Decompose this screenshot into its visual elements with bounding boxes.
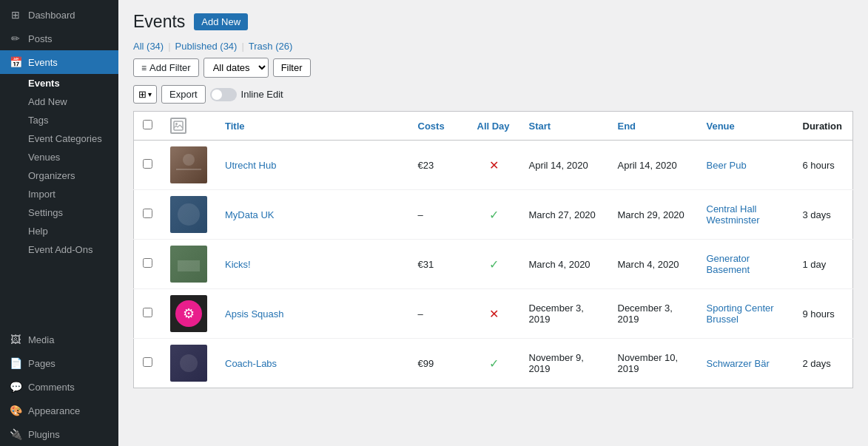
sidebar-item-comments-label: Comments — [28, 382, 75, 393]
row-thumbnail-cell — [161, 141, 216, 190]
row-checkbox-cell — [134, 141, 162, 190]
allday-check-icon: ✓ — [489, 357, 499, 370]
sidebar-item-appearance[interactable]: 🎨 Appearance — [0, 399, 118, 422]
toolbar-row1: ≡ Add Filter All dates Filter — [133, 58, 853, 78]
end-date: November 10, 2019 — [618, 352, 679, 374]
row-checkbox-cell — [134, 289, 162, 339]
add-filter-button[interactable]: ≡ Add Filter — [133, 58, 199, 77]
svg-rect-4 — [176, 169, 201, 170]
sidebar-sub-settings[interactable]: Settings — [0, 203, 118, 222]
view-toggle[interactable]: ⊞ ▾ — [133, 85, 157, 104]
svg-point-7 — [180, 354, 198, 372]
sidebar: ⊞ Dashboard ✏ Posts 📅 Events Events Add … — [0, 0, 118, 446]
sidebar-sub-event-addons[interactable]: Event Add-Ons — [0, 240, 118, 259]
date-select[interactable]: All dates — [203, 58, 269, 78]
th-end[interactable]: End — [609, 112, 698, 141]
filter-all-link[interactable]: All (34) — [133, 41, 164, 52]
row-checkbox-cell — [134, 190, 162, 240]
venue-link[interactable]: Beer Pub — [707, 160, 747, 171]
allday-x-icon: ✕ — [489, 308, 499, 320]
th-allday-link[interactable]: All Day — [477, 121, 510, 132]
row-checkbox[interactable] — [143, 209, 152, 218]
row-checkbox[interactable] — [143, 308, 152, 317]
export-button[interactable]: Export — [161, 85, 206, 104]
inline-edit-toggle[interactable]: Inline Edit — [210, 88, 283, 101]
event-title-link[interactable]: Kicks! — [225, 259, 251, 270]
th-allday[interactable]: All Day — [468, 112, 520, 141]
toolbar-row2: ⊞ ▾ Export Inline Edit — [133, 85, 853, 104]
th-title[interactable]: Title — [216, 112, 409, 141]
sidebar-sub-events[interactable]: Events — [0, 74, 118, 92]
sidebar-item-media[interactable]: 🖼 Media — [0, 328, 118, 351]
row-duration-cell: 3 days — [794, 190, 853, 240]
sidebar-item-pages[interactable]: 📄 Pages — [0, 351, 118, 375]
event-title-link[interactable]: Utrecht Hub — [225, 160, 276, 171]
th-start[interactable]: Start — [520, 112, 609, 141]
event-title-link[interactable]: Coach-Labs — [225, 358, 277, 369]
th-costs[interactable]: Costs — [409, 112, 468, 141]
th-costs-link[interactable]: Costs — [418, 121, 445, 132]
filter-published-link[interactable]: Published (34) — [175, 41, 238, 52]
sidebar-sub-tags[interactable]: Tags — [0, 111, 118, 129]
sidebar-sub-help[interactable]: Help — [0, 222, 118, 240]
row-duration-cell: 6 hours — [794, 141, 853, 190]
sidebar-sub-add-new[interactable]: Add New — [0, 92, 118, 111]
sidebar-sub-organizers[interactable]: Organizers — [0, 166, 118, 185]
duration-value: 2 days — [803, 358, 831, 369]
event-title-link[interactable]: MyData UK — [225, 209, 274, 220]
sidebar-item-dashboard[interactable]: ⊞ Dashboard — [0, 3, 118, 27]
venue-link[interactable]: Schwarzer Bär — [707, 358, 770, 369]
row-venue-cell: Schwarzer Bär — [698, 339, 794, 388]
svg-point-5 — [178, 203, 200, 226]
inline-edit-switch[interactable] — [210, 88, 237, 101]
sidebar-sub-venues[interactable]: Venues — [0, 148, 118, 166]
row-title-cell: Kicks! — [216, 240, 409, 289]
sidebar-item-pages-label: Pages — [28, 358, 55, 369]
th-start-link[interactable]: Start — [529, 121, 551, 132]
row-title-cell: Utrecht Hub — [216, 141, 409, 190]
sidebar-sub-import[interactable]: Import — [0, 185, 118, 203]
th-title-link[interactable]: Title — [225, 121, 245, 132]
row-checkbox[interactable] — [143, 258, 152, 268]
sidebar-item-comments[interactable]: 💬 Comments — [0, 375, 118, 399]
event-thumbnail — [170, 246, 207, 283]
sidebar-sub-event-categories[interactable]: Event Categories — [0, 129, 118, 148]
th-end-link[interactable]: End — [618, 121, 636, 132]
venue-link[interactable]: Generator Basement — [707, 253, 750, 275]
sidebar-item-appearance-label: Appearance — [28, 405, 80, 416]
th-venue-link[interactable]: Venue — [707, 121, 735, 132]
svg-rect-0 — [174, 121, 183, 130]
add-new-button[interactable]: Add New — [194, 13, 248, 30]
table-row: Kicks!€31✓March 4, 2020March 4, 2020Gene… — [134, 240, 853, 289]
filter-icon: ≡ — [141, 63, 147, 73]
th-venue[interactable]: Venue — [698, 112, 794, 141]
row-allday-cell: ✓ — [468, 190, 520, 240]
event-thumbnail — [170, 345, 207, 382]
row-end-cell: December 3, 2019 — [609, 289, 698, 339]
row-start-cell: November 9, 2019 — [520, 339, 609, 388]
sidebar-item-plugins-label: Plugins — [28, 429, 60, 440]
row-checkbox[interactable] — [143, 159, 152, 169]
row-costs-cell: – — [409, 289, 468, 339]
sidebar-item-events[interactable]: 📅 Events — [0, 50, 118, 74]
row-checkbox-cell — [134, 339, 162, 388]
row-checkbox[interactable] — [143, 357, 152, 367]
cost-value: €99 — [418, 358, 434, 369]
sidebar-item-media-label: Media — [28, 334, 54, 345]
venue-link[interactable]: Sporting Center Brussel — [707, 303, 774, 325]
row-duration-cell: 1 day — [794, 240, 853, 289]
cost-value: €31 — [418, 259, 434, 270]
filter-button[interactable]: Filter — [273, 58, 311, 77]
table-row: Coach-Labs€99✓November 9, 2019November 1… — [134, 339, 853, 388]
filter-trash-link[interactable]: Trash (26) — [249, 41, 292, 52]
pages-icon: 📄 — [9, 357, 22, 369]
dashboard-icon: ⊞ — [9, 9, 22, 21]
event-title-link[interactable]: Apsis Squash — [225, 308, 284, 320]
sidebar-item-plugins[interactable]: 🔌 Plugins — [0, 422, 118, 446]
venue-link[interactable]: Central Hall Westminster — [707, 203, 760, 226]
cost-value: – — [418, 308, 423, 320]
th-image — [161, 112, 216, 141]
select-all-checkbox[interactable] — [143, 120, 152, 129]
start-date: December 3, 2019 — [529, 303, 584, 325]
sidebar-item-posts[interactable]: ✏ Posts — [0, 27, 118, 50]
